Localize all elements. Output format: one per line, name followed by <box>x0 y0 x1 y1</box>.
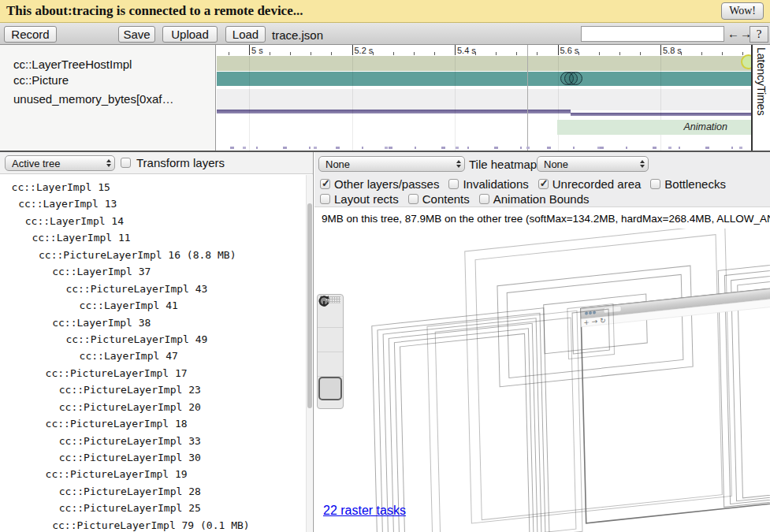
ruler-tick-label: 5.8 s <box>663 46 682 55</box>
record-button[interactable]: Record <box>4 26 57 43</box>
ruler-minor-tick <box>578 52 579 55</box>
memory-status-text: 9MB on this tree, 87.9MB on the other tr… <box>314 208 770 229</box>
collapsed-tracks-strip[interactable]: LatencyTimes <box>751 45 770 151</box>
track-label[interactable]: cc::LayerTreeHostImpl <box>13 58 132 71</box>
banner-text: This about:tracing is connected to a rem… <box>6 3 303 19</box>
transform-layers-label: Transform layers <box>136 156 225 169</box>
gridline <box>249 56 250 151</box>
help-button[interactable]: ? <box>750 26 768 43</box>
ruler-minor-tick <box>373 52 374 55</box>
layer-wireframe-drawing: + → ↻ <box>314 229 770 532</box>
viewer-option-checkbox[interactable] <box>538 179 549 189</box>
tile-heatmap-dropdown[interactable]: None <box>537 156 649 172</box>
time-marker-line <box>527 45 528 151</box>
layer-tree-row[interactable]: cc::LayerImpl 15 <box>0 179 307 195</box>
gridline <box>352 56 353 151</box>
ruler-major-tick <box>352 45 353 55</box>
viewer-option: Other layers/passes <box>320 177 439 191</box>
layer-tree-row[interactable]: cc::PictureLayerImpl 19 <box>0 466 307 482</box>
layer-tree-row[interactable]: cc::LayerImpl 41 <box>0 297 307 314</box>
ruler-minor-tick <box>331 52 332 55</box>
ruler-minor-tick <box>475 52 476 55</box>
ruler-tick-label: 5.4 s <box>457 46 476 55</box>
layer-tree-row[interactable]: cc::LayerImpl 13 <box>0 195 307 212</box>
upload-button[interactable]: Upload <box>162 26 218 43</box>
main-toolbar: Record Save Upload Load trace.json ←→ ? <box>0 23 770 45</box>
layer-tree-row[interactable]: cc::PictureLayerImpl 20 <box>0 399 307 415</box>
layer-quad-canvas[interactable]: + → ↻ <box>314 229 770 532</box>
layer-tree-row[interactable]: cc::PictureLayerImpl 33 <box>0 433 307 449</box>
transform-layers-checkbox[interactable] <box>121 158 131 168</box>
layer-tree-row[interactable]: cc::PictureLayerImpl 30 <box>0 449 307 466</box>
layer-tree-row[interactable]: cc::LayerImpl 14 <box>0 213 307 229</box>
time-ruler[interactable]: 5 s5.2 s5.4 s5.6 s5.8 s <box>217 45 751 56</box>
layer-tree-row[interactable]: cc::LayerImpl 11 <box>0 229 307 246</box>
animation-event-box[interactable]: Animation <box>557 120 751 135</box>
select-arrows-icon <box>106 159 111 167</box>
layer-tree-row[interactable]: cc::PictureLayerImpl 49 <box>0 331 307 348</box>
ruler-major-tick <box>660 45 661 55</box>
viewer-option-checkbox[interactable] <box>479 194 489 204</box>
ruler-minor-tick <box>537 52 538 55</box>
layer-viewer-panel: None Tile heatmap: None Other layers/pas… <box>314 152 770 532</box>
track-label[interactable]: unused_memory_bytes[0xaf… <box>13 92 173 106</box>
layer-tree-row[interactable]: cc::PictureLayerImpl 25 <box>0 500 307 516</box>
track-label[interactable]: cc::Picture <box>13 73 69 87</box>
ruler-tick-label: 5 s <box>251 46 263 55</box>
timeline-tracks-area[interactable]: 5 s5.2 s5.4 s5.6 s5.8 s Animation <box>217 45 751 151</box>
viewer-option-checkbox[interactable] <box>448 179 459 189</box>
pan-tool-button[interactable] <box>318 328 343 352</box>
trace-filename: trace.json <box>272 28 323 42</box>
layer-tree-row[interactable]: cc::LayerImpl 38 <box>0 314 307 331</box>
timeline-panel: cc::LayerTreeHostImplcc::Pictureunused_m… <box>0 45 770 152</box>
tree-selector-dropdown[interactable]: Active tree <box>5 155 115 171</box>
layer-tree-row[interactable]: cc::LayerImpl 37 <box>0 263 307 280</box>
gridline <box>455 56 456 151</box>
viewer-option: Bottlenecks <box>650 177 726 191</box>
tree-scrollbar[interactable] <box>306 175 312 532</box>
viewer-option-checkbox[interactable] <box>320 194 330 204</box>
picture-track-bar[interactable] <box>217 72 751 86</box>
ruler-minor-tick <box>681 52 682 55</box>
raster-tasks-link[interactable]: 22 raster tasks <box>323 504 406 518</box>
search-input[interactable] <box>581 26 724 42</box>
viewer-option-checkbox[interactable] <box>408 194 418 204</box>
layer-tree-row[interactable]: cc::PictureLayerImpl 17 <box>0 365 307 381</box>
viewer-options-row-1: Other layers/passesInvalidationsUnrecord… <box>320 177 731 191</box>
find-prev-arrow-icon[interactable]: ← <box>727 27 740 40</box>
rotate-icon <box>318 295 330 307</box>
selection-dropdown[interactable]: None <box>318 156 465 172</box>
layer-tree-row[interactable]: cc::PictureLayerImpl 43 <box>0 281 307 297</box>
instant-event-circle[interactable] <box>741 54 751 69</box>
select-arrows-icon <box>640 160 645 168</box>
select-arrows-icon <box>456 160 461 168</box>
viewer-option-checkbox[interactable] <box>320 179 330 189</box>
layer-tree-row[interactable]: cc::PictureLayerImpl 28 <box>0 483 307 500</box>
layer-tree-row[interactable]: cc::PictureLayerImpl 23 <box>0 381 307 398</box>
picture-event-circle[interactable] <box>569 72 582 85</box>
layer-tree-row[interactable]: cc::LayerImpl 47 <box>0 348 307 364</box>
load-button[interactable]: Load <box>225 26 266 43</box>
wow-button[interactable]: Wow! <box>721 2 764 20</box>
viewer-option-checkbox[interactable] <box>650 179 660 189</box>
save-button[interactable]: Save <box>118 26 155 43</box>
ruler-major-tick <box>249 45 250 55</box>
timeline-track-labels: cc::LayerTreeHostImplcc::Pictureunused_m… <box>0 45 216 151</box>
tree-scrollbar-thumb[interactable] <box>307 203 312 408</box>
ruler-minor-tick <box>434 52 435 55</box>
ruler-minor-tick <box>229 52 229 55</box>
layer-tree-row[interactable]: cc::PictureLayerImpl 16 (8.8 MB) <box>0 247 307 263</box>
layer-tree-row[interactable]: cc::PictureLayerImpl 79 (0.1 MB) <box>0 517 307 532</box>
ruler-minor-tick <box>640 52 641 55</box>
layer-tree-row[interactable]: cc::PictureLayerImpl 18 <box>0 415 307 432</box>
viewer-option: Animation Bounds <box>479 192 590 206</box>
ruler-minor-tick <box>619 52 620 55</box>
layer-tree-host-impl-track-bar[interactable] <box>217 56 751 71</box>
layer-tree-panel: Active tree Transform layers cc::LayerIm… <box>0 152 314 532</box>
rotate-tool-button[interactable] <box>318 377 342 400</box>
zoom-tool-button[interactable] <box>318 352 343 377</box>
viewer-tool-palette <box>317 294 344 409</box>
ruler-minor-tick <box>516 52 517 55</box>
unused-memory-track[interactable] <box>217 89 751 110</box>
viewer-option-label: Contents <box>422 192 470 206</box>
